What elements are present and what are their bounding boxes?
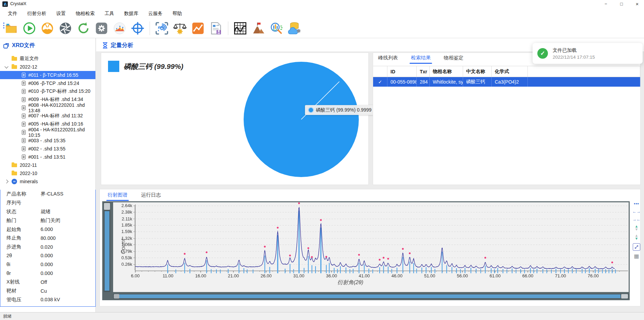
status-bar: 就绪 <box>0 312 644 320</box>
file-tree-item[interactable]: #002 - .shd 13:55 <box>0 145 95 153</box>
folder-tree-item[interactable]: 2022-10 <box>0 169 95 177</box>
xrd-files-icon <box>3 43 9 48</box>
sidebar-header: XRD文件 <box>3 42 35 49</box>
file-tree-item[interactable]: #004 - HA-K01220201.shd 10:15 <box>0 128 95 136</box>
folder-tree-item[interactable]: 最近文件 <box>0 55 95 63</box>
instrument-settings-icon[interactable] <box>94 21 109 35</box>
tab-衍射图谱[interactable]: 衍射图谱 <box>108 192 127 201</box>
minimize-button[interactable]: − <box>598 0 614 8</box>
grid-toggle-button[interactable]: ▦ <box>634 254 639 259</box>
spectrum-plot[interactable] <box>113 202 629 292</box>
status-label: 2θ <box>0 253 41 258</box>
column-header <box>528 66 640 77</box>
chart-report-icon[interactable] <box>191 21 205 35</box>
status-row: 舱门舱门关闭 <box>0 216 95 225</box>
horizontal-scrollbar-right-handle[interactable] <box>621 294 628 299</box>
shutter-icon[interactable] <box>58 21 73 35</box>
menu-item-文件[interactable]: 文件 <box>8 11 17 17</box>
table-cell: 284 <box>417 77 430 87</box>
phase-search-icon[interactable] <box>155 21 169 35</box>
tab-物相鉴定[interactable]: 物相鉴定 <box>444 55 463 64</box>
menu-item-帮助[interactable]: 帮助 <box>172 11 182 17</box>
file-tree: 最近文件2022-12#011 - β-TCP.shd 16:55#006 -β… <box>0 55 95 186</box>
sidebar-title: XRD文件 <box>12 42 35 49</box>
pattern-grid-icon[interactable] <box>233 21 247 35</box>
quantitative-analysis-icon[interactable] <box>173 21 187 35</box>
tree-item-label: #011 - β-TCP.shd 16:55 <box>28 72 78 78</box>
menu-item-云服务[interactable]: 云服务 <box>148 11 163 17</box>
start-run-icon[interactable] <box>22 21 36 35</box>
quant-title: 定量分析 <box>111 42 133 49</box>
chevron-down-icon[interactable] <box>3 66 10 68</box>
folder-tree-item[interactable]: 2022-11 <box>0 161 95 169</box>
chart-more-button[interactable]: ••• <box>634 201 639 206</box>
maximize-button[interactable]: □ <box>614 0 629 8</box>
folder-tree-item[interactable]: 2022-12 <box>0 63 95 71</box>
table-cell: 00-055-0898 <box>387 77 417 87</box>
chevron-right-icon[interactable] <box>3 180 10 183</box>
tree-item-label: 最近文件 <box>20 56 39 62</box>
save-report-icon[interactable] <box>209 21 223 35</box>
status-row: 2θ0.000 <box>0 251 95 260</box>
status-value: 0.038 kV <box>41 297 60 302</box>
menu-item-工具[interactable]: 工具 <box>105 11 114 17</box>
cloud-database-icon[interactable] <box>287 21 302 35</box>
scale-down-button[interactable]: ▲▼ <box>635 234 639 240</box>
status-row: 管电压0.038 kV <box>0 295 95 304</box>
vertical-scrollbar[interactable] <box>104 202 110 292</box>
menu-item-设置[interactable]: 设置 <box>56 11 66 17</box>
tree-item-label: #006 -β-TCP .shd 15:24 <box>28 81 79 86</box>
horizontal-scrollbar-left-handle[interactable] <box>114 294 119 299</box>
status-row: θi0.000 <box>0 260 95 269</box>
close-button[interactable]: × <box>629 0 644 8</box>
file-tree-item[interactable]: #010 -β-TCP-标样 .shd 15:20 <box>0 87 95 96</box>
tab-运行日志[interactable]: 运行日志 <box>141 192 161 201</box>
file-icon <box>22 138 26 143</box>
file-tree-item[interactable]: #007 -HA-标样 .shd 11:32 <box>0 112 95 120</box>
xray-source-icon[interactable] <box>40 21 55 35</box>
spectrum-canvas[interactable] <box>113 202 629 292</box>
file-icon <box>22 122 26 127</box>
expand-horizontal-button[interactable]: ←→ <box>632 209 641 214</box>
menu-item-衍射分析[interactable]: 衍射分析 <box>27 11 46 17</box>
status-row: 步进角0.020 <box>0 243 95 251</box>
horizontal-scrollbar[interactable] <box>113 294 629 299</box>
spectrum-view-icon[interactable] <box>112 21 127 35</box>
y-axis-title: Count <box>120 247 127 254</box>
file-icon <box>22 97 26 102</box>
tree-item-label: #001 - .shd 13:51 <box>28 154 65 160</box>
tree-item-label: #010 -β-TCP-标样 .shd 15:20 <box>28 88 90 94</box>
file-tree-item[interactable]: #006 -β-TCP .shd 15:24 <box>0 79 95 87</box>
open-folder-icon[interactable] <box>4 21 18 35</box>
menu-item-物相检索[interactable]: 物相检索 <box>76 11 95 17</box>
tab-检索结果[interactable]: 检索结果 <box>411 55 431 64</box>
peak-search-icon[interactable] <box>251 21 265 35</box>
file-tree-item[interactable]: #001 - .shd 13:51 <box>0 153 95 161</box>
tab-峰线列表[interactable]: 峰线列表 <box>378 55 398 64</box>
file-tree-item[interactable]: #003 - .shd 15:35 <box>0 136 95 145</box>
hourglass-icon <box>102 42 108 48</box>
refresh-icon[interactable] <box>76 21 91 35</box>
folder-tree-item[interactable]: ∞minerals <box>0 177 95 186</box>
app-logo-icon <box>2 1 8 7</box>
fit-view-button[interactable] <box>633 243 640 251</box>
window-title: CrystalX <box>10 1 26 6</box>
toolbar-separator <box>150 21 150 35</box>
toast-notification[interactable]: ✓ 文件已加载 2022/12/14 17:07:15 <box>533 43 643 64</box>
file-tree-item[interactable]: #011 - β-TCP.shd 16:55 <box>0 71 95 79</box>
scale-up-button[interactable]: ▲▼ <box>635 225 639 231</box>
folder-icon <box>12 65 17 69</box>
table-row[interactable]: ✓00-055-0898284Whitlockite, syn磷酸三钙Ca3(P… <box>373 77 640 87</box>
vertical-scrollbar-handle[interactable] <box>104 203 110 210</box>
alignment-crosshair-icon[interactable] <box>131 21 145 35</box>
menu-item-数据库[interactable]: 数据库 <box>124 11 138 17</box>
file-tree-item[interactable]: #008 -HA-K01220201 .shd 13:48 <box>0 104 95 112</box>
table-cell: 磷酸三钙 <box>463 77 492 87</box>
pie-chart[interactable] <box>244 62 359 177</box>
collapse-horizontal-button[interactable]: →← <box>632 217 641 222</box>
search-match-icon[interactable] <box>269 21 283 35</box>
status-value: 0.000 <box>41 253 53 258</box>
status-label: 舱门 <box>0 217 41 224</box>
folder-icon <box>12 163 17 167</box>
pie-legend-label: 磷酸三钙 (99.99%) <box>124 62 183 71</box>
